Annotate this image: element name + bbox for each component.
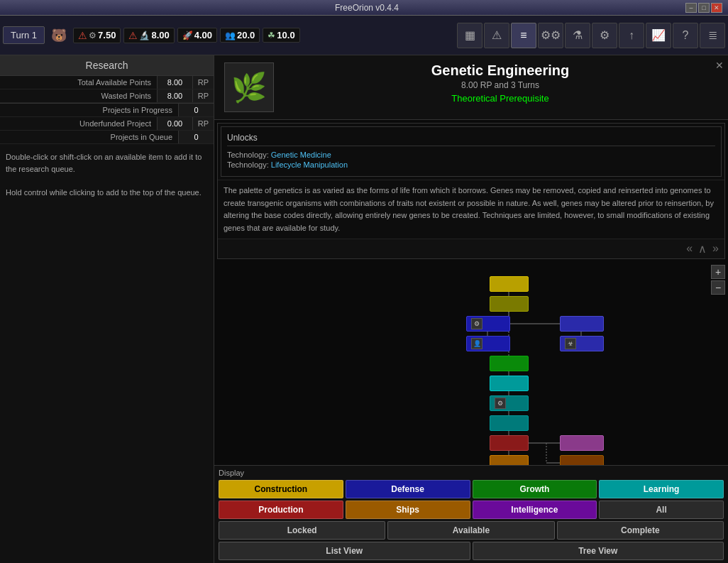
tech-node-9[interactable]: ⚙ [490, 395, 529, 411]
minerals-value: 7.50 [98, 30, 116, 40]
food-value: 10.0 [277, 30, 294, 40]
population-icon: 👥 [225, 31, 236, 40]
research-icon: 🔬 [139, 31, 150, 40]
close-button[interactable]: ✕ [711, 3, 722, 13]
title-bar: FreeOrion v0.4.4 – □ ✕ [0, 0, 728, 16]
research-resource: ⚠ 🔬 8.00 [123, 28, 174, 43]
tech-description: The palette of genetics is as varied as … [218, 180, 724, 239]
help-button[interactable]: ? [673, 23, 698, 48]
in-queue-label: Projects in Queue [0, 131, 178, 143]
tech-node-6[interactable]: ☣ [560, 336, 604, 351]
tech-node-13[interactable] [490, 455, 529, 465]
fleet-resource: 🚀 4.00 [177, 28, 217, 43]
alerts-button[interactable]: ⚠ [484, 23, 509, 48]
toolbar-right: ▦ ⚠ ≡ ⚙⚙ ⚗ ⚙ ↑ 📈 ? ≣ [457, 23, 725, 48]
underfunded-label: Underfunded Project [0, 117, 157, 130]
research-value: 8.00 [151, 30, 169, 40]
intelligence-filter-button[interactable]: Intelligence [473, 501, 597, 519]
help-text: Double-click or shift-click on an availa… [0, 144, 214, 563]
tech-node-14[interactable] [560, 455, 604, 465]
display-view-buttons: List View Tree View [219, 542, 724, 560]
tech-name: Genetic Engineering [282, 62, 718, 79]
tech-detail: 🌿 Genetic Engineering 8.00 RP and 3 Turn… [214, 55, 728, 120]
defense-filter-button[interactable]: Defense [346, 480, 470, 498]
nav-last-button[interactable]: » [712, 242, 719, 256]
total-available-row: Total Available Points 8.00 RP [0, 76, 214, 89]
tech-node-3[interactable]: ⚙ [466, 316, 510, 332]
learning-filter-button[interactable]: Learning [599, 480, 724, 498]
wasted-value: 8.00 [157, 89, 192, 102]
wasted-unit: RP [192, 89, 214, 102]
tech-node-7[interactable] [490, 356, 529, 371]
tech-tree-area[interactable]: ⚙ 👤 ☣ ⚙ + − [214, 262, 728, 465]
menu-button[interactable]: ≣ [700, 23, 725, 48]
tech-close-button[interactable]: ✕ [715, 60, 724, 71]
map-button[interactable]: ▦ [457, 23, 482, 48]
fleet-value: 4.00 [194, 30, 212, 40]
nav-arrows: « ∧ » [218, 239, 724, 258]
production-button[interactable]: ⚙⚙ [538, 23, 563, 48]
warning-icon2: ⚠ [128, 30, 138, 41]
tech-node-5[interactable]: 👤 [466, 336, 510, 351]
in-queue-value: 0 [178, 131, 214, 143]
nav-first-button[interactable]: « [686, 242, 693, 256]
graph-button[interactable]: 📈 [646, 23, 671, 48]
info-panel: Unlocks Technology: Genetic Medicine Tec… [217, 123, 725, 259]
turn-button[interactable]: Turn 1 [3, 26, 45, 44]
display-label: Display [219, 469, 724, 477]
tech-node-11[interactable] [490, 435, 529, 451]
locked-filter-button[interactable]: Locked [219, 521, 385, 540]
in-progress-value: 0 [178, 104, 214, 116]
food-icon: ☘ [268, 31, 275, 40]
tech-node-8[interactable] [490, 376, 529, 391]
maximize-button[interactable]: □ [698, 3, 710, 13]
unlock-item-2: Technology: Lifecycle Manipulation [227, 160, 715, 169]
main-layout: Research Total Available Points 8.00 RP … [0, 55, 728, 563]
total-available-label: Total Available Points [0, 76, 157, 89]
available-filter-button[interactable]: Available [387, 521, 554, 540]
right-panel: 🌿 Genetic Engineering 8.00 RP and 3 Turn… [214, 55, 728, 563]
display-section: Display Construction Defense Growth Lear… [214, 465, 728, 563]
unlock-link-2[interactable]: Lifecycle Manipulation [271, 160, 348, 169]
research-button[interactable]: ≡ [511, 23, 536, 48]
tech-node-10[interactable] [490, 415, 529, 431]
fleet-icon: 🚀 [182, 31, 193, 40]
minerals-icon: ⚙ [89, 31, 96, 40]
construction-filter-button[interactable]: Construction [219, 480, 343, 498]
tree-view-button[interactable]: Tree View [473, 542, 724, 560]
nav-up-button[interactable]: ∧ [698, 242, 707, 256]
population-resource: 👥 20.0 [220, 28, 260, 43]
player-icon: 🐻 [48, 24, 70, 47]
tech-tree-connectors [214, 262, 728, 465]
zoom-controls: + − [711, 265, 725, 295]
tech-cost: 8.00 RP and 3 Turns [282, 80, 718, 90]
all-filter-button[interactable]: All [599, 501, 724, 519]
unlock-header: Unlocks [227, 133, 715, 146]
tech-node-4[interactable] [560, 316, 604, 332]
toolbar: Turn 1 🐻 ⚠ ⚙ 7.50 ⚠ 🔬 8.00 🚀 4.00 👥 20.0… [0, 16, 728, 55]
queue-section: Projects in Progress 0 Underfunded Proje… [0, 103, 214, 144]
food-resource: ☘ 10.0 [263, 28, 299, 43]
tech-node-12[interactable] [560, 435, 604, 451]
design-button[interactable]: ⚗ [565, 23, 590, 48]
in-progress-row: Projects in Progress 0 [0, 104, 214, 117]
list-view-button[interactable]: List View [219, 542, 470, 560]
settings-button[interactable]: ⚙ [592, 23, 617, 48]
unlock-link-1[interactable]: Genetic Medicine [271, 151, 331, 159]
minimize-button[interactable]: – [685, 3, 697, 13]
objects-button[interactable]: ↑ [619, 23, 644, 48]
tech-node-2[interactable] [490, 296, 529, 312]
growth-filter-button[interactable]: Growth [473, 480, 597, 498]
zoom-in-button[interactable]: + [711, 265, 725, 279]
total-available-unit: RP [192, 76, 214, 89]
tech-node-1[interactable] [490, 276, 529, 292]
total-available-value: 8.00 [157, 76, 192, 89]
in-progress-label: Projects in Progress [0, 104, 178, 116]
ships-filter-button[interactable]: Ships [346, 501, 470, 519]
production-filter-button[interactable]: Production [219, 501, 343, 519]
zoom-out-button[interactable]: − [711, 280, 725, 295]
display-category-buttons-row1: Construction Defense Growth Learning [219, 480, 724, 498]
complete-filter-button[interactable]: Complete [557, 521, 724, 540]
tech-info: Genetic Engineering 8.00 RP and 3 Turns … [282, 62, 718, 104]
app-title: FreeOrion v0.4.4 [48, 3, 685, 13]
